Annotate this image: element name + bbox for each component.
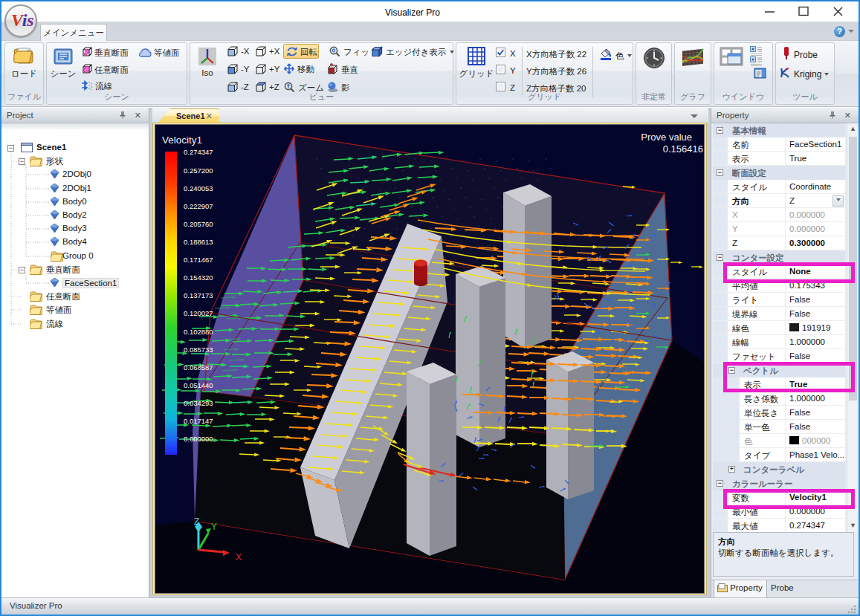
svg-text:0.205760: 0.205760	[184, 220, 213, 228]
svg-text:0.068587: 0.068587	[184, 363, 213, 372]
svg-text:0.188613: 0.188613	[184, 238, 213, 246]
svg-text:Velocity1: Velocity1	[162, 134, 202, 146]
svg-text:Y: Y	[211, 522, 217, 532]
svg-text:0.085733: 0.085733	[184, 346, 213, 354]
svg-text:0.120027: 0.120027	[184, 309, 213, 317]
svg-text:X: X	[236, 552, 242, 562]
svg-text:0.222907: 0.222907	[184, 202, 213, 210]
svg-text:0.000000: 0.000000	[184, 435, 213, 443]
svg-text:Prove value: Prove value	[641, 132, 692, 143]
svg-text:0.051440: 0.051440	[184, 381, 213, 389]
svg-text:0.017147: 0.017147	[184, 417, 213, 425]
svg-text:0.102880: 0.102880	[184, 328, 213, 336]
svg-text:Z: Z	[194, 516, 199, 527]
svg-text:0.274347: 0.274347	[184, 148, 213, 156]
svg-text:0.240053: 0.240053	[184, 184, 213, 192]
svg-text:0.156416: 0.156416	[663, 143, 703, 155]
svg-text:0.034293: 0.034293	[184, 399, 213, 407]
svg-text:0.154320: 0.154320	[184, 273, 213, 282]
svg-text:0.257200: 0.257200	[184, 166, 213, 175]
svg-text:0.171467: 0.171467	[184, 256, 213, 264]
svg-text:0.137173: 0.137173	[184, 291, 213, 299]
